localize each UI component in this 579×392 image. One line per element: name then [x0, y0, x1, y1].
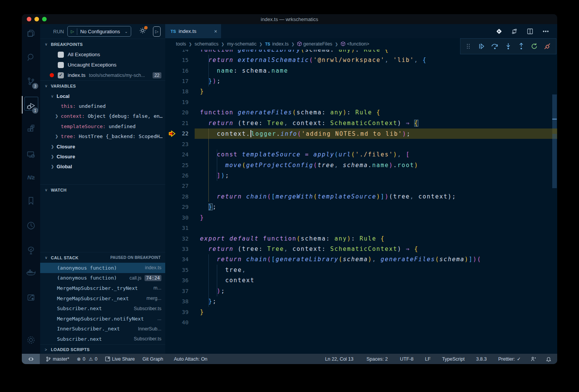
tab-index-ts[interactable]: TS index.ts × — [165, 24, 221, 38]
feedback-icon[interactable] — [527, 356, 540, 361]
prettier-icon[interactable] — [496, 28, 503, 35]
prettier-status[interactable]: Prettier:✓ — [494, 356, 525, 362]
problems-status[interactable]: ⊗0⚠0 — [73, 356, 101, 362]
badge: 1 — [32, 107, 38, 114]
breakpoint-row[interactable]: index.tstools/schematics/my-sch...22 — [40, 70, 165, 80]
testing-icon[interactable] — [22, 243, 40, 258]
breadcrumb-separator: ❯ — [335, 42, 338, 46]
typescript-version-status[interactable]: 3.8.3 — [472, 356, 491, 362]
bookmarks-icon[interactable] — [22, 193, 40, 208]
git-history-icon[interactable] — [22, 218, 40, 233]
variable-scope-row[interactable]: ❯Closure — [40, 151, 165, 161]
run-toolbar: RUN ▷ No Configurations ⌄ ▷ — [40, 24, 165, 39]
editor-scrollbar[interactable] — [552, 50, 557, 354]
code-line-19: 19 — [165, 97, 557, 107]
call-stack-frame[interactable]: MergeMapSubscriber.notifyNext... — [40, 314, 165, 324]
disconnect-icon[interactable] — [543, 42, 551, 50]
variable-row[interactable]: ❯context: Object {debug: false, en… — [40, 111, 165, 121]
code-area[interactable]: 14function generateLibrary(schema: any):… — [165, 50, 557, 354]
nx-console-icon[interactable]: N≥ — [22, 169, 40, 185]
variable-scope-row[interactable]: ∨Local — [40, 91, 165, 101]
variable-scope-row[interactable]: ❯Closure — [40, 142, 165, 151]
indentation-status[interactable]: Spaces: 2 — [363, 356, 392, 362]
code-line-38: 38 }; — [165, 296, 557, 307]
scrollbar-slider[interactable] — [552, 94, 557, 188]
call-stack-frame[interactable]: (anonymous function)call.js74:24 — [40, 273, 165, 283]
git-branch-status[interactable]: master* — [42, 356, 73, 362]
indent-guide — [208, 254, 209, 307]
breakpoint-row[interactable]: All Exceptions — [40, 49, 165, 60]
code-line-16: 16 name: schema.name — [165, 65, 557, 76]
variables-section-header[interactable]: ∨ VARIABLES — [40, 80, 165, 91]
breakpoints-section-header[interactable]: ∨ BREAKPOINTS — [40, 39, 165, 49]
gear-notification-dot — [144, 26, 148, 29]
call-stack-frame[interactable]: Subscriber.nextSubscriber.ts — [40, 303, 165, 314]
remote-indicator[interactable] — [22, 354, 40, 364]
close-tab-icon[interactable]: × — [214, 28, 217, 34]
more-actions-icon[interactable] — [542, 28, 550, 35]
restart-icon[interactable] — [530, 42, 538, 50]
watch-section-header[interactable]: ∨ WATCH — [40, 184, 165, 195]
debug-console-button[interactable]: ▷ — [153, 26, 161, 37]
step-out-icon[interactable] — [517, 42, 525, 50]
debug-settings-gear[interactable] — [139, 27, 146, 36]
launch-configuration-dropdown[interactable]: ▷ No Configurations ⌄ — [67, 26, 131, 37]
loaded-scripts-section-header[interactable]: > LOADED SCRIPTS — [40, 344, 165, 354]
extensions-icon[interactable] — [22, 122, 40, 137]
remote-explorer-icon[interactable] — [22, 147, 40, 162]
notifications-bell-icon[interactable] — [542, 356, 557, 362]
language-status[interactable]: TypeScript — [438, 356, 468, 362]
breadcrumb-item[interactable]: generateFiles — [297, 41, 332, 47]
auto-attach-status[interactable]: Auto Attach: On — [170, 356, 211, 362]
breakpoint-row[interactable]: Uncaught Exceptions — [40, 60, 165, 70]
call-stack-section-header[interactable]: ∨ CALL STACK PAUSED ON BREAKPOINT — [40, 252, 165, 263]
debug-sidebar: RUN ▷ No Configurations ⌄ ▷ ∨ BREAKPOINT… — [40, 24, 165, 354]
breadcrumb-item[interactable]: my-schematic — [227, 41, 257, 47]
call-stack-frame[interactable]: MergeMapSubscriber._tryNextm... — [40, 283, 165, 293]
project-manager-icon[interactable] — [22, 290, 40, 305]
indent-guide — [217, 265, 217, 296]
call-stack-frame[interactable]: InnerSubscriber._nextInnerSub... — [40, 324, 165, 334]
variable-row[interactable]: templateSource: undefined — [40, 121, 165, 131]
call-stack-title: CALL STACK — [51, 255, 78, 260]
live-share-status[interactable]: Live Share — [101, 356, 139, 362]
code-line-40: 40 — [165, 317, 557, 327]
debug-toolbar — [460, 38, 556, 54]
checkbox[interactable] — [58, 52, 64, 58]
variable-row[interactable]: this: undefined — [40, 101, 165, 111]
synchronize-changes-icon[interactable] — [511, 28, 518, 35]
checkbox[interactable] — [58, 72, 64, 78]
call-stack-frame[interactable]: MergeMapSubscriber._nextmerg... — [40, 293, 165, 304]
chevron-right-icon: > — [45, 348, 51, 352]
cursor-position-status[interactable]: Ln 22, Col 13 — [321, 356, 357, 362]
breadcrumb-item[interactable]: TSindex.ts — [265, 41, 289, 47]
breadcrumb-item[interactable]: tools — [176, 41, 186, 47]
step-over-icon[interactable] — [491, 42, 499, 50]
continue-icon[interactable] — [478, 42, 485, 50]
checkbox[interactable] — [58, 62, 64, 68]
drag-handle-icon[interactable] — [465, 43, 472, 50]
breadcrumb-item[interactable]: schematics — [195, 41, 219, 47]
step-into-icon[interactable] — [504, 42, 512, 50]
split-editor-icon[interactable] — [526, 28, 534, 35]
encoding-status[interactable]: UTF-8 — [396, 356, 417, 362]
run-and-debug-icon[interactable]: 1 — [22, 98, 40, 114]
variable-scope-row[interactable]: ❯Global — [40, 162, 165, 172]
editor-group: TS index.ts × tools❯schematics❯my-schema… — [165, 24, 557, 354]
git-graph-status[interactable]: Git Graph — [139, 356, 167, 362]
breadcrumb-item[interactable]: <function> — [341, 41, 369, 47]
start-debug-icon[interactable]: ▷ — [71, 29, 74, 34]
call-stack-frame[interactable]: (anonymous function)index.ts — [40, 263, 165, 273]
search-icon[interactable] — [22, 50, 40, 65]
settings-gear-icon[interactable] — [22, 332, 40, 348]
code-line-27: 27 — [165, 181, 557, 191]
source-control-icon[interactable]: 3 — [22, 74, 40, 89]
docker-icon[interactable] — [22, 265, 40, 280]
breakpoints-title: BREAKPOINTS — [51, 42, 83, 47]
code-line-21: 21 return (tree: Tree, context: Schemati… — [165, 118, 557, 128]
variable-row[interactable]: ❯tree: HostTree {_backend: ScopedH… — [40, 132, 165, 142]
call-stack-frame[interactable]: Subscriber.nextSubscriber.ts — [40, 334, 165, 344]
explorer-icon[interactable] — [22, 26, 40, 41]
eol-status[interactable]: LF — [421, 356, 434, 362]
launch-configuration-value: No Configurations — [80, 29, 125, 34]
